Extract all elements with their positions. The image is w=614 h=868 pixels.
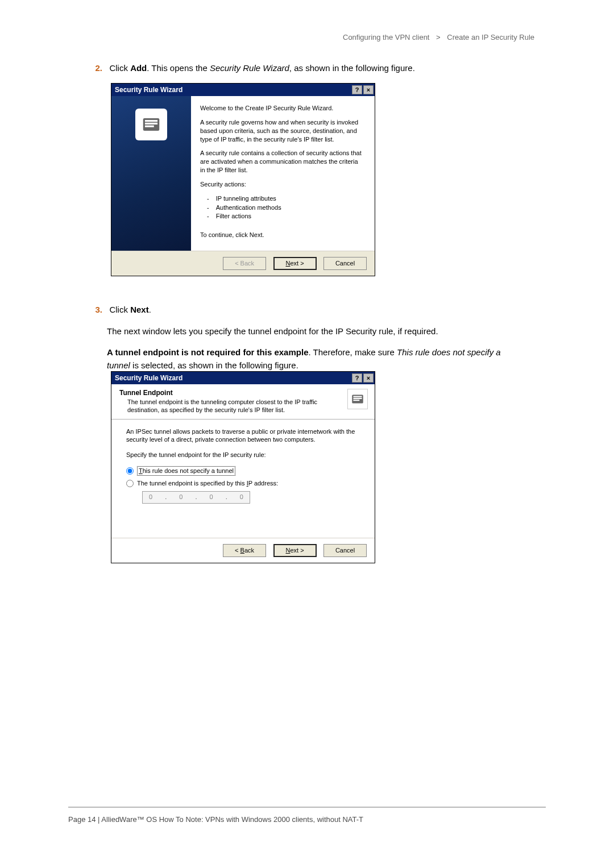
dialog2-heading: Tunnel Endpoint [119,389,367,397]
wizard-icon [135,109,167,140]
svg-rect-6 [353,398,362,399]
wizard-sidebar-image [111,96,191,251]
step-3-number: 3. [90,305,102,314]
cancel-button[interactable]: Cancel [323,544,367,557]
radio-tunnel-ip[interactable] [126,480,134,487]
dialog2-heading-desc: The tunnel endpoint is the tunneling com… [127,398,367,414]
dialog1-actions-list: IP tunneling attributes Authentication m… [207,194,364,221]
radio-tunnel-ip-label: The tunnel endpoint is specified by this… [137,479,278,488]
help-icon[interactable]: ? [352,85,362,94]
list-item: IP tunneling attributes [207,194,364,203]
page-footer: Page 14 | AlliedWare™ OS How To Note: VP… [68,815,363,824]
footer-divider [68,807,546,808]
radio-no-tunnel-label: This rule does not specify a tunnel [137,466,235,476]
svg-rect-2 [145,123,157,124]
dialog2-body: An IPSec tunnel allows packets to traver… [111,420,375,538]
svg-rect-7 [353,400,359,401]
breadcrumb-sep: > [436,33,441,41]
next-button[interactable]: Next > [273,544,317,557]
dialog2-title: Security Rule Wizard [115,372,182,384]
dialog2-titlebar: Security Rule Wizard ? × [111,372,375,384]
dialog1-desc1: A security rule governs how and when sec… [200,118,364,144]
dialog1-title: Security Rule Wizard [115,84,182,96]
step-2-number: 2. [90,63,102,73]
list-item: Filter actions [207,212,364,221]
dialog1-desc2: A security rule contains a collection of… [200,149,364,175]
dialog2-header: Tunnel Endpoint The tunnel endpoint is t… [111,384,375,420]
dialog2-window-controls: ? × [352,373,375,383]
dialog1-continue: To continue, click Next. [200,231,364,239]
dialog2-button-row: < Back Next > Cancel [111,538,375,563]
close-icon[interactable]: × [363,373,374,383]
next-button[interactable]: Next > [273,257,317,270]
dialog1-content: Welcome to the Create IP Security Rule W… [191,96,375,251]
step-3-text: Click Next. [109,305,151,314]
svg-rect-1 [145,120,157,122]
security-rule-wizard-welcome-dialog: Security Rule Wizard ? × Welcome to the … [111,83,375,276]
dialog1-welcome: Welcome to the Create IP Security Rule W… [200,104,364,113]
dialog2-desc: An IPSec tunnel allows packets to traver… [126,427,360,445]
wizard-small-icon [347,389,368,409]
svg-rect-3 [145,126,154,127]
step-3: 3. Click Next. The next window lets you … [90,304,522,372]
back-button[interactable]: < Back [223,544,266,557]
step-3-para2: A tunnel endpoint is not required for th… [107,346,522,372]
step-2: 2. Click Add. This opens the Security Ru… [90,62,522,75]
svg-rect-5 [353,396,362,397]
breadcrumb-part2: Create an IP Security Rule [447,33,534,41]
radio-tunnel-ip-row[interactable]: The tunnel endpoint is specified by this… [126,479,360,488]
dialog1-titlebar: Security Rule Wizard ? × [111,84,375,96]
back-button: < Back [223,257,266,270]
close-icon[interactable]: × [363,85,374,94]
tunnel-endpoint-dialog: Security Rule Wizard ? × Tunnel Endpoint… [111,371,375,563]
breadcrumb-part1: Configuring the VPN client [343,33,429,41]
breadcrumb: Configuring the VPN client > Create an I… [343,33,534,41]
dialog2-instruction: Specify the tunnel endpoint for the IP s… [126,451,360,459]
step-2-text: Click Add. This opens the Security Rule … [109,63,414,73]
help-icon[interactable]: ? [352,373,362,383]
dialog1-button-row: < Back Next > Cancel [111,251,375,276]
list-item: Authentication methods [207,203,364,212]
radio-no-tunnel-row[interactable]: This rule does not specify a tunnel [126,466,360,476]
dialog1-window-controls: ? × [352,85,375,94]
radio-no-tunnel[interactable] [126,467,134,475]
dialog1-actions-label: Security actions: [200,180,364,189]
ip-address-input[interactable]: 0. 0. 0. 0 [142,491,250,504]
step-3-para1: The next window lets you specify the tun… [107,325,522,338]
cancel-button[interactable]: Cancel [323,257,367,270]
